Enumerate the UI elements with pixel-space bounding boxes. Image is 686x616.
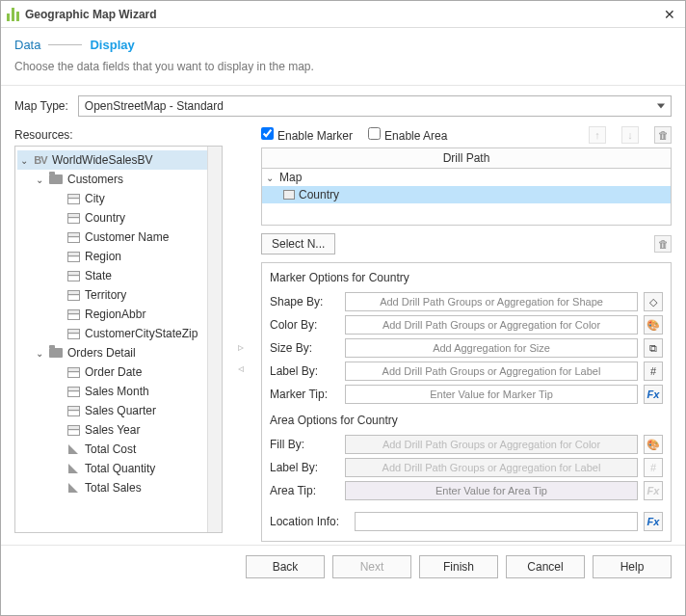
measure-icon [68, 444, 78, 454]
tree-field[interactable]: Customer Name [17, 228, 220, 247]
tree-root[interactable]: ⌄ BV WorldWideSalesBV [17, 150, 220, 170]
location-info-label: Location Info: [270, 515, 349, 528]
map-type-label: Map Type: [14, 99, 68, 113]
tree-field[interactable]: State [17, 266, 220, 285]
map-type-row: Map Type: OpenStreetMap - Standard [1, 86, 685, 126]
collapse-icon[interactable]: ⌄ [19, 155, 29, 166]
map-type-combo[interactable]: OpenStreetMap - Standard [78, 95, 672, 117]
drill-path-list[interactable]: ⌄Map Country [262, 169, 671, 225]
area-options-title: Area Options for Country [270, 414, 663, 427]
tree-folder-customers[interactable]: ⌄ Customers [17, 170, 220, 189]
move-up-button[interactable]: ↑ [589, 126, 606, 144]
tree-field[interactable]: Sales Month [17, 382, 220, 401]
delete-button[interactable]: 🗑 [654, 126, 672, 144]
tree-measure[interactable]: Total Quantity [17, 459, 220, 478]
tree-field[interactable]: City [17, 189, 220, 208]
area-tip-fx-button: Fx [644, 481, 663, 500]
resources-label: Resources: [14, 128, 223, 142]
title-bar: Geographic Map Wizard ✕ [1, 1, 685, 28]
tree-field[interactable]: Order Date [17, 362, 220, 382]
size-by-input[interactable]: Add Aggregation for Size [345, 338, 638, 358]
drill-path-header: Drill Path [262, 148, 671, 169]
move-left-button[interactable]: ◃ [232, 362, 250, 377]
enable-marker-checkbox[interactable]: Enable Marker [261, 127, 353, 143]
drill-row-map[interactable]: ⌄Map [262, 169, 671, 186]
tree-measure[interactable]: Total Sales [17, 478, 220, 497]
chevron-down-icon [657, 104, 665, 109]
label-by-label: Label By: [270, 364, 339, 378]
marker-options-title: Marker Options for Country [270, 271, 663, 284]
drill-path-box: Drill Path ⌄Map Country [261, 147, 672, 226]
resources-tree[interactable]: ⌄ BV WorldWideSalesBV ⌄ Customers City C… [14, 146, 223, 533]
collapse-icon[interactable]: ⌄ [35, 348, 44, 359]
color-by-label: Color By: [270, 318, 339, 332]
area-tip-input[interactable]: Enter Value for Area Tip [345, 481, 638, 500]
location-info-input[interactable] [355, 512, 638, 531]
finish-button[interactable]: Finish [419, 555, 498, 578]
fill-by-input: Add Drill Path Groups or Aggregation for… [345, 435, 638, 454]
field-icon [67, 290, 80, 301]
tree-measure[interactable]: Total Cost [17, 440, 220, 459]
tree-folder-orders[interactable]: ⌄ Orders Detail [17, 343, 220, 362]
wizard-footer: Back Next Finish Cancel Help [1, 545, 685, 588]
delete-selection-button[interactable]: 🗑 [654, 235, 672, 253]
tree-field[interactable]: Region [17, 247, 220, 266]
measure-icon [68, 464, 78, 473]
folder-icon [49, 348, 63, 358]
tree-field[interactable]: Territory [17, 285, 220, 305]
app-logo-icon [7, 8, 19, 21]
label-by-input[interactable]: Add Drill Path Groups or Aggregation for… [345, 362, 638, 381]
collapse-icon[interactable]: ⌄ [35, 174, 44, 185]
field-icon [67, 213, 80, 224]
tree-field[interactable]: CustomerCityStateZip [17, 324, 220, 343]
wizard-subtitle: Choose the data fields that you want to … [1, 56, 685, 86]
marker-tip-input[interactable]: Enter Value for Marker Tip [345, 385, 638, 404]
cancel-button[interactable]: Cancel [506, 555, 585, 578]
field-icon [67, 252, 80, 262]
shape-by-input[interactable]: Add Drill Path Groups or Aggregation for… [345, 292, 638, 311]
enable-area-checkbox[interactable]: Enable Area [368, 127, 447, 143]
color-edit-button[interactable]: 🎨 [644, 315, 663, 335]
drill-row-country[interactable]: Country [262, 186, 671, 203]
back-button[interactable]: Back [246, 555, 325, 578]
tree-folder-label: Customers [67, 173, 123, 186]
folder-icon [49, 174, 63, 184]
shape-by-label: Shape By: [270, 295, 339, 308]
tree-field[interactable]: Sales Quarter [17, 401, 220, 420]
area-tip-label: Area Tip: [270, 484, 339, 497]
marker-tip-fx-button[interactable]: Fx [644, 385, 663, 404]
location-fx-button[interactable]: Fx [644, 512, 663, 531]
move-right-button[interactable]: ▹ [232, 340, 250, 356]
tree-root-label: WorldWideSalesBV [52, 153, 152, 167]
field-icon [67, 329, 80, 339]
area-label-by-input: Add Drill Path Groups or Aggregation for… [345, 458, 638, 477]
tree-field[interactable]: RegionAbbr [17, 305, 220, 324]
help-button[interactable]: Help [593, 555, 672, 578]
fill-edit-button: 🎨 [644, 435, 663, 454]
field-icon [67, 232, 80, 243]
measure-icon [68, 483, 78, 493]
tree-field[interactable]: Sales Year [17, 420, 220, 440]
move-down-button[interactable]: ↓ [621, 126, 639, 144]
shape-edit-button[interactable]: ◇ [644, 292, 663, 311]
fill-by-label: Fill By: [270, 438, 339, 451]
tree-folder-label: Orders Detail [67, 346, 136, 360]
field-icon [67, 406, 80, 416]
step-data[interactable]: Data [14, 38, 40, 52]
size-by-label: Size By: [270, 341, 339, 355]
map-type-value: OpenStreetMap - Standard [85, 99, 224, 113]
select-n-button[interactable]: Select N... [261, 233, 335, 254]
transfer-buttons: ▹ ◃ [232, 126, 251, 533]
tree-field[interactable]: Country [17, 208, 220, 228]
label-edit-button[interactable]: # [644, 362, 663, 381]
close-button[interactable]: ✕ [660, 7, 679, 22]
color-by-input[interactable]: Add Drill Path Groups or Aggregation for… [345, 315, 638, 335]
size-edit-button[interactable]: ⧉ [644, 338, 663, 358]
step-divider [48, 44, 82, 45]
field-icon [67, 425, 80, 436]
step-display[interactable]: Display [90, 38, 134, 52]
field-icon [283, 190, 295, 200]
area-label-by-label: Label By: [270, 461, 339, 474]
window-title: Geographic Map Wizard [25, 8, 660, 21]
field-icon [67, 271, 80, 281]
